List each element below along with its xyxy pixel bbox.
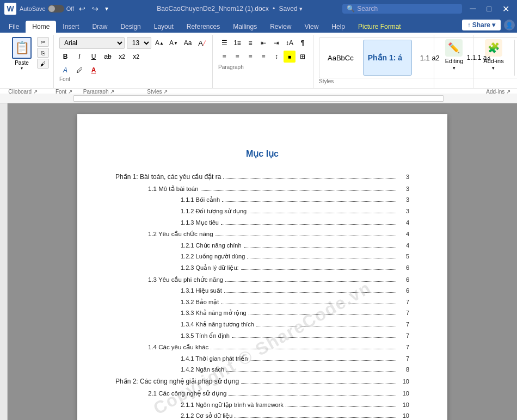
subscript-button[interactable]: x2 bbox=[116, 51, 128, 63]
tab-file[interactable]: File bbox=[2, 21, 26, 33]
toc-text: 1.3.5 Tính ổn định bbox=[181, 331, 230, 341]
toc-page-number: 6 bbox=[398, 286, 409, 296]
customize-icon[interactable]: ▾ bbox=[103, 4, 110, 14]
tab-help[interactable]: Help bbox=[325, 21, 352, 33]
align-center-button[interactable]: ≡ bbox=[231, 51, 243, 63]
search-box[interactable]: 🔍 bbox=[342, 4, 462, 14]
increase-font-icon[interactable]: A▲ bbox=[153, 37, 165, 49]
toc-entry: Phần 2: Các công nghệ giải pháp sử dụng1… bbox=[115, 376, 409, 387]
align-right-button[interactable]: ≡ bbox=[244, 51, 256, 63]
font-color-clear-icon[interactable]: A╱ bbox=[196, 37, 208, 49]
line-spacing-button[interactable]: ↕ bbox=[270, 51, 282, 63]
superscript-button[interactable]: x2 bbox=[130, 51, 142, 63]
toc-page-number: 4 bbox=[398, 230, 409, 239]
style-normal[interactable]: AaBbCc bbox=[322, 40, 360, 76]
toc-entry: 1.3.3 Khả năng mở rộng7 bbox=[148, 308, 409, 318]
tab-picture-format[interactable]: Picture Format bbox=[352, 21, 408, 33]
show-formatting-button[interactable]: ¶ bbox=[297, 37, 309, 49]
autosave-toggle[interactable] bbox=[48, 5, 64, 13]
toc-dots bbox=[241, 383, 396, 384]
toc-page-number: 5 bbox=[398, 252, 409, 262]
tab-view[interactable]: View bbox=[298, 21, 325, 33]
font-row3: A 🖊 A bbox=[59, 64, 100, 76]
decrease-indent-button[interactable]: ⇤ bbox=[257, 37, 269, 49]
shading-button[interactable]: ■ bbox=[284, 51, 296, 63]
tab-home[interactable]: Home bbox=[26, 21, 56, 33]
title-bar-right: 🔍 ─ □ ✕ bbox=[342, 4, 513, 14]
toc-dots bbox=[241, 269, 396, 270]
toc-dots bbox=[250, 360, 396, 361]
sort-button[interactable]: ↕A bbox=[284, 37, 296, 49]
text-highlight-button[interactable]: 🖊 bbox=[73, 64, 85, 76]
toc-dots bbox=[249, 213, 396, 213]
toc-dots bbox=[244, 247, 396, 248]
editing-button[interactable]: ✏️ Editing ▾ bbox=[443, 37, 466, 73]
toc-dots bbox=[221, 304, 396, 304]
toc-dots bbox=[226, 371, 396, 372]
para-row2: ≡ ≡ ≡ ≡ ↕ ■ ⊞ bbox=[218, 51, 309, 63]
tab-layout[interactable]: Layout bbox=[147, 21, 180, 33]
toc-entry: 1.2.2 Luồng người dùng5 bbox=[148, 252, 409, 262]
align-left-button[interactable]: ≡ bbox=[218, 51, 230, 63]
toc-text: 1.4.2 Ngân sách bbox=[181, 365, 224, 375]
search-icon: 🔍 bbox=[347, 5, 355, 13]
para-row1: ☰ 1≡ ≡ ⇤ ⇥ ↕A ¶ bbox=[218, 37, 309, 49]
scroll-area[interactable]: Copyright © ShareCode.vn Mục lục Phần 1:… bbox=[8, 103, 517, 420]
undo-icon[interactable]: ↩ bbox=[77, 3, 87, 14]
addins-button[interactable]: 🧩 Add-ins ▾ bbox=[481, 37, 506, 73]
maximize-icon[interactable]: □ bbox=[484, 4, 495, 13]
toc-text: 2.1.1 Ngôn ngữ lập trình và framework bbox=[181, 400, 284, 410]
font-size-select[interactable]: 13 bbox=[127, 37, 151, 49]
format-painter-button[interactable]: 🖌 bbox=[37, 59, 49, 69]
decrease-font-icon[interactable]: A▼ bbox=[168, 37, 180, 49]
tab-insert[interactable]: Insert bbox=[56, 21, 85, 33]
numbering-button[interactable]: 1≡ bbox=[231, 37, 243, 49]
toc-dots bbox=[247, 258, 396, 258]
share-button[interactable]: ↑ Share ▾ bbox=[462, 20, 501, 30]
increase-indent-button[interactable]: ⇥ bbox=[270, 37, 282, 49]
search-input[interactable] bbox=[357, 5, 455, 13]
tab-references[interactable]: References bbox=[180, 21, 226, 33]
toc-entry: 1.3.5 Tính ổn định7 bbox=[148, 331, 409, 341]
copy-button[interactable]: ⎘ bbox=[37, 48, 49, 58]
bold-button[interactable]: B bbox=[59, 51, 71, 63]
ruler-track bbox=[73, 95, 444, 102]
tab-design[interactable]: Design bbox=[114, 21, 147, 33]
cut-button[interactable]: ✂ bbox=[37, 37, 49, 47]
tab-review[interactable]: Review bbox=[263, 21, 298, 33]
tab-mailings[interactable]: Mailings bbox=[226, 21, 263, 33]
italic-button[interactable]: I bbox=[73, 51, 85, 63]
toc-text: 1.1.3 Mục tiêu bbox=[181, 218, 219, 228]
multilevel-list-button[interactable]: ≡ bbox=[244, 37, 256, 49]
user-account-icon[interactable]: 👤 bbox=[504, 20, 515, 30]
change-case-icon[interactable]: Aa bbox=[182, 37, 194, 49]
toc-dots bbox=[235, 417, 396, 418]
underline-button[interactable]: U bbox=[88, 51, 100, 63]
bullets-button[interactable]: ☰ bbox=[218, 37, 230, 49]
toc-page-number: 3 bbox=[398, 207, 409, 217]
text-effects-button[interactable]: A bbox=[59, 64, 71, 76]
minimize-icon[interactable]: ─ bbox=[466, 4, 479, 14]
paragraph-group: ☰ 1≡ ≡ ⇤ ⇥ ↕A ¶ ≡ ≡ ≡ ≡ ↕ ■ ⊞ Paragraph bbox=[214, 35, 313, 88]
document-page: Copyright © ShareCode.vn Mục lục Phần 1:… bbox=[77, 114, 447, 420]
redo-icon[interactable]: ↪ bbox=[90, 3, 100, 14]
toc-text: 1.2.3 Quản lý dữ liệu: bbox=[181, 263, 239, 273]
toc-page-number: 10 bbox=[398, 411, 409, 420]
toc-dots bbox=[225, 281, 396, 282]
font-color-button[interactable]: A bbox=[88, 64, 100, 76]
tab-draw[interactable]: Draw bbox=[85, 21, 114, 33]
title-filename: BaoCaoChuyenDe2_Nhom12 (1).docx • Saved … bbox=[117, 5, 342, 13]
strikethrough-button[interactable]: ab bbox=[102, 51, 114, 63]
addins-group: 🧩 Add-ins ▾ Add-ins bbox=[475, 35, 513, 88]
style-heading1[interactable]: Phần 1: á bbox=[363, 40, 412, 76]
editing-group: ✏️ Editing ▾ Editing bbox=[435, 35, 473, 88]
justify-button[interactable]: ≡ bbox=[257, 51, 269, 63]
toc-text: 1.2 Yêu cầu chức năng bbox=[148, 229, 213, 239]
close-icon[interactable]: ✕ bbox=[499, 4, 513, 14]
paste-button[interactable]: 📋 Paste ▾ bbox=[9, 35, 35, 73]
toc-text: 1.3.3 Khả năng mở rộng bbox=[181, 308, 247, 318]
toc-page-number: 7 bbox=[398, 298, 409, 307]
toc-dots bbox=[201, 190, 396, 191]
borders-button[interactable]: ⊞ bbox=[297, 51, 309, 63]
font-family-select[interactable]: Arial bbox=[59, 37, 125, 49]
